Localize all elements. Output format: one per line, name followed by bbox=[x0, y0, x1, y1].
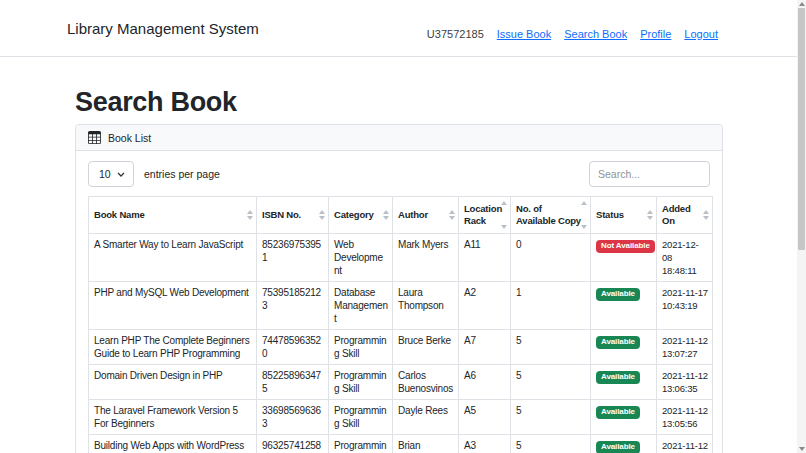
sort-arrows-icon bbox=[383, 210, 389, 220]
cell-status: Available bbox=[591, 282, 657, 330]
main-content: Search Book Book List 10 entri bbox=[0, 87, 806, 453]
cell-status: Available bbox=[591, 330, 657, 365]
cell-added-on: 2021-11-17 10:43:19 bbox=[657, 282, 713, 330]
app-brand: Library Management System bbox=[67, 20, 259, 37]
nav-link-issue-book[interactable]: Issue Book bbox=[497, 28, 551, 40]
cell-added-on: 2021-12-08 18:48:11 bbox=[657, 234, 713, 282]
nav-link-search-book[interactable]: Search Book bbox=[564, 28, 627, 40]
table-row: Domain Driven Design in PHP 852258963475… bbox=[89, 365, 713, 400]
search-input[interactable] bbox=[589, 161, 710, 187]
cell-location-rack: A3 bbox=[459, 435, 511, 453]
cell-available-copies: 5 bbox=[511, 435, 591, 453]
scrollbar-down-arrow-icon[interactable] bbox=[799, 447, 805, 451]
cell-category: Programming Skill bbox=[329, 365, 393, 400]
cell-category: Database Management bbox=[329, 282, 393, 330]
scrollbar-up-arrow-icon[interactable] bbox=[799, 2, 805, 6]
column-header-isbn-no[interactable]: ISBN No. bbox=[257, 197, 329, 234]
cell-category: Programming Skill bbox=[329, 435, 393, 453]
book-list-title: Book List bbox=[108, 132, 151, 144]
user-id: U37572185 bbox=[427, 28, 484, 40]
status-badge: Not Available bbox=[596, 240, 655, 253]
cell-available-copies: 5 bbox=[511, 330, 591, 365]
entries-per-page-label: entries per page bbox=[144, 168, 220, 180]
sort-arrows-icon bbox=[319, 210, 325, 220]
column-header-status[interactable]: Status bbox=[591, 197, 657, 234]
cell-available-copies: 0 bbox=[511, 234, 591, 282]
cell-author: Bruce Berke bbox=[393, 330, 459, 365]
column-label: Author bbox=[398, 209, 428, 220]
cell-added-on: 2021-11-12 13:07:27 bbox=[657, 330, 713, 365]
column-label: Book Name bbox=[94, 209, 144, 220]
cell-status: Available bbox=[591, 435, 657, 453]
cell-status: Available bbox=[591, 400, 657, 435]
column-label: ISBN No. bbox=[262, 209, 301, 220]
table-row: A Smarter Way to Learn JavaScript 852369… bbox=[89, 234, 713, 282]
cell-author: Laura Thompson bbox=[393, 282, 459, 330]
top-navbar: Library Management System U37572185 Issu… bbox=[0, 0, 806, 57]
column-header-added-on[interactable]: Added On bbox=[657, 197, 713, 234]
cell-isbn: 336985696363 bbox=[257, 400, 329, 435]
cell-available-copies: 5 bbox=[511, 400, 591, 435]
column-header-book-name[interactable]: Book Name bbox=[89, 197, 257, 234]
table-row: The Laravel Framework Version 5 For Begi… bbox=[89, 400, 713, 435]
cell-book-name: The Laravel Framework Version 5 For Begi… bbox=[89, 400, 257, 435]
cell-author: Dayle Rees bbox=[393, 400, 459, 435]
cell-location-rack: A2 bbox=[459, 282, 511, 330]
entries-per-page-select[interactable]: 10 bbox=[88, 161, 134, 187]
sort-arrows-icon bbox=[581, 201, 587, 229]
column-header-location-rack[interactable]: Location Rack bbox=[459, 197, 511, 234]
entries-per-page-value: 10 bbox=[99, 168, 111, 180]
nav-link-logout[interactable]: Logout bbox=[684, 28, 718, 40]
status-badge: Available bbox=[596, 406, 640, 419]
column-header-category[interactable]: Category bbox=[329, 197, 393, 234]
sort-arrows-icon bbox=[703, 210, 709, 220]
cell-location-rack: A5 bbox=[459, 400, 511, 435]
table-icon bbox=[88, 131, 101, 144]
book-list-card: Book List 10 entries per page bbox=[75, 124, 723, 453]
cell-available-copies: 5 bbox=[511, 365, 591, 400]
status-badge: Available bbox=[596, 371, 640, 384]
cell-added-on: 2021-11-12 13:05:56 bbox=[657, 400, 713, 435]
column-label: Category bbox=[334, 209, 374, 220]
status-badge: Available bbox=[596, 288, 640, 301]
vertical-scrollbar[interactable] bbox=[797, 0, 806, 453]
cell-location-rack: A6 bbox=[459, 365, 511, 400]
status-badge: Available bbox=[596, 336, 640, 349]
status-badge: Available bbox=[596, 441, 640, 453]
cell-author: Brian Messenlehner bbox=[393, 435, 459, 453]
book-list-card-body: 10 entries per page Book Name bbox=[76, 151, 722, 453]
table-row: Learn PHP The Complete Beginners Guide t… bbox=[89, 330, 713, 365]
cell-author: Carlos Buenosvinos bbox=[393, 365, 459, 400]
book-list-card-header: Book List bbox=[76, 125, 722, 151]
cell-book-name: PHP and MySQL Web Development bbox=[89, 282, 257, 330]
navbar-right: U37572185 Issue BookSearch BookProfileLo… bbox=[427, 28, 718, 40]
book-table: Book Name ISBN No. Category Author Locat… bbox=[88, 196, 713, 453]
column-label: Location Rack bbox=[464, 203, 502, 226]
column-header-author[interactable]: Author bbox=[393, 197, 459, 234]
sort-arrows-icon bbox=[647, 210, 653, 220]
cell-isbn: 753951852123 bbox=[257, 282, 329, 330]
cell-added-on: 2021-11-12 13:06:35 bbox=[657, 365, 713, 400]
scrollbar-thumb[interactable] bbox=[798, 8, 805, 250]
sort-arrows-icon bbox=[449, 210, 455, 220]
cell-isbn: 852258963475 bbox=[257, 365, 329, 400]
cell-book-name: Learn PHP The Complete Beginners Guide t… bbox=[89, 330, 257, 365]
table-controls: 10 entries per page bbox=[88, 161, 710, 187]
nav-link-profile[interactable]: Profile bbox=[640, 28, 671, 40]
cell-category: Programming Skill bbox=[329, 330, 393, 365]
cell-book-name: Building Web Apps with WordPress bbox=[89, 435, 257, 453]
cell-book-name: A Smarter Way to Learn JavaScript bbox=[89, 234, 257, 282]
cell-status: Not Available bbox=[591, 234, 657, 282]
cell-category: Web Development bbox=[329, 234, 393, 282]
cell-available-copies: 1 bbox=[511, 282, 591, 330]
sort-arrows-icon bbox=[501, 201, 507, 229]
column-header-no-of-available-copy[interactable]: No. of Available Copy bbox=[511, 197, 591, 234]
cell-author: Mark Myers bbox=[393, 234, 459, 282]
cell-book-name: Domain Driven Design in PHP bbox=[89, 365, 257, 400]
column-label: Added On bbox=[662, 203, 691, 226]
table-row: Building Web Apps with WordPress 9632574… bbox=[89, 435, 713, 453]
navbar-links: Issue BookSearch BookProfileLogout bbox=[497, 28, 718, 40]
cell-isbn: 96325741258 bbox=[257, 435, 329, 453]
entries-control: 10 entries per page bbox=[88, 161, 220, 187]
cell-location-rack: A7 bbox=[459, 330, 511, 365]
